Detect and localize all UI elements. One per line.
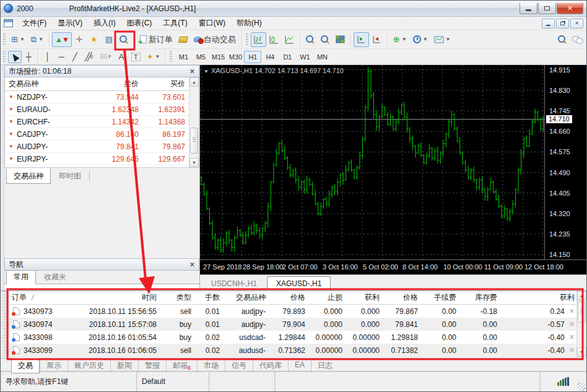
navigator-tab-1[interactable]: 常用 <box>6 270 36 284</box>
timeframe-H1[interactable]: H1 <box>244 51 261 63</box>
terminal-tab-9[interactable]: 代码库 <box>253 359 288 373</box>
menu-item-7[interactable]: 帮助(H) <box>231 16 267 30</box>
child-close-button[interactable]: ✕ <box>570 19 583 28</box>
horizontal-line-button[interactable]: ─ <box>54 51 68 63</box>
price-axis[interactable]: 14.91514.83014.74514.66014.57514.49014.4… <box>545 65 586 259</box>
vertical-line-button[interactable]: │ <box>41 51 54 63</box>
orders-column-9[interactable]: 价格 <box>383 292 422 303</box>
child-restore-button[interactable] <box>556 19 569 28</box>
order-row[interactable]: 34309742018.10.11 15:57:08buy0.01audjpy-… <box>9 318 576 331</box>
terminal-button[interactable]: ▤ <box>102 32 116 47</box>
child-minimize-button[interactable] <box>542 19 555 28</box>
order-row[interactable]: 34330982018.10.16 01:05:54buy0.02usdcad-… <box>9 331 576 344</box>
close-button[interactable]: ✕ <box>557 3 583 14</box>
terminal-tab-4[interactable]: 新闻 <box>110 359 138 373</box>
bar-chart-button[interactable] <box>251 32 266 47</box>
timeframe-W1[interactable]: W1 <box>296 51 313 63</box>
terminal-tab-6[interactable]: 邮箱6 <box>166 359 197 373</box>
line-chart-button[interactable] <box>282 32 297 47</box>
timeframe-M30[interactable]: M30 <box>227 51 244 63</box>
timeframe-M5[interactable]: M5 <box>192 51 209 63</box>
new-order-button[interactable]: 新订单 <box>137 32 176 47</box>
order-row[interactable]: 34330992018.10.16 01:06:05sell0.02audusd… <box>9 344 576 357</box>
scroll-thumb[interactable] <box>190 128 198 154</box>
orders-column-1[interactable]: 订单/ <box>9 292 71 303</box>
periods-button[interactable]: ▼ <box>410 32 431 47</box>
zoom-in-button[interactable] <box>303 32 318 47</box>
chart-tab-USDCNHH1[interactable]: USDCNH-,H1 <box>202 277 266 290</box>
minimize-button[interactable] <box>520 3 537 14</box>
column-ask[interactable]: 买价 <box>142 79 189 89</box>
timeframe-MN[interactable]: MN <box>313 51 331 63</box>
autotrading-button[interactable]: 自动交易 <box>191 32 239 47</box>
text-tool-button[interactable]: A <box>115 51 128 63</box>
metaeditor-button[interactable] <box>176 32 191 47</box>
toolbar-grip[interactable] <box>170 51 172 63</box>
navigator-tab-2[interactable]: 收藏夹 <box>37 271 73 284</box>
orders-column-12[interactable]: 获利 <box>501 292 576 303</box>
candlestick-chart-button[interactable] <box>266 32 282 47</box>
terminal-tab-2[interactable]: 展示 <box>40 359 67 373</box>
chart-system-menu-icon[interactable] <box>4 19 13 27</box>
market-watch-scrollbar[interactable]: ▲ ▼ <box>189 77 199 167</box>
orders-column-3[interactable]: 类型 <box>163 292 196 303</box>
chat-button[interactable] <box>569 32 585 47</box>
close-trade-icon[interactable]: ✕ <box>569 307 575 315</box>
time-axis[interactable]: 27 Sep 201828 Sep 18:002 Oct 07:003 Oct … <box>200 259 586 274</box>
orders-column-7[interactable]: 止损 <box>309 292 346 303</box>
terminal-tab-7[interactable]: 市场 <box>197 359 225 373</box>
market-watch-row[interactable]: ▼AUDJPY-79.84179.867 <box>5 141 189 153</box>
menu-item-4[interactable]: 图表(C) <box>121 16 158 30</box>
cursor-tool-button[interactable] <box>8 51 22 63</box>
equidistant-channel-button[interactable]: ╱╱E <box>82 51 97 63</box>
terminal-tab-5[interactable]: 警报 <box>138 359 166 373</box>
close-trade-icon[interactable]: ✕ <box>569 333 575 341</box>
terminal-scrollbar[interactable]: ▲ ▼ <box>576 291 586 357</box>
chart-plot-area[interactable]: ▼XAGUSD-,H1 14.702 14.713 14.697 14.710 <box>200 65 545 259</box>
chart-tab-XAGUSDH1[interactable]: XAGUSD-,H1 <box>267 276 331 290</box>
column-symbol[interactable]: 交易品种 <box>5 79 90 89</box>
order-row[interactable]: 34309732018.10.11 15:56:55sell0.01audjpy… <box>9 305 576 318</box>
timeframe-D1[interactable]: D1 <box>279 51 296 63</box>
scroll-up-icon[interactable]: ▲ <box>577 291 586 300</box>
close-trade-icon[interactable]: ✕ <box>569 320 575 328</box>
strategy-tester-button[interactable] <box>116 32 131 47</box>
text-label-button[interactable]: T <box>128 51 144 63</box>
close-icon[interactable]: ✕ <box>189 68 195 76</box>
orders-column-8[interactable]: 获利 <box>346 292 383 303</box>
market-watch-tab-2[interactable]: 即时图 <box>52 169 88 183</box>
chart-dropdown-icon[interactable]: ▼ <box>204 69 209 74</box>
crosshair-tool-button[interactable]: ┼ <box>22 51 35 63</box>
chart-shift-button[interactable] <box>369 32 385 47</box>
terminal-tab-8[interactable]: 信号 <box>225 359 253 373</box>
templates-button[interactable]: ▼ <box>431 32 454 47</box>
timeframe-H4[interactable]: H4 <box>261 51 279 63</box>
orders-column-6[interactable]: 价格 <box>271 292 309 303</box>
menu-item-5[interactable]: 工具(T) <box>157 16 193 30</box>
resize-grip[interactable] <box>578 383 586 391</box>
orders-column-5[interactable]: 交易品种 <box>224 292 271 303</box>
market-watch-row[interactable]: ▼CADJPY-86.16086.197 <box>5 128 189 141</box>
status-profile[interactable]: Default <box>137 372 209 391</box>
search-button[interactable] <box>554 32 569 47</box>
zoom-out-button[interactable] <box>318 32 333 47</box>
menu-item-1[interactable]: 文件(F) <box>17 16 52 30</box>
orders-column-11[interactable]: 库存费 <box>460 292 501 303</box>
new-chart-button[interactable]: ⊞▼ <box>8 32 28 47</box>
orders-column-4[interactable]: 手数 <box>196 292 224 303</box>
orders-column-10[interactable]: 手续费 <box>422 292 460 303</box>
auto-scroll-button[interactable] <box>354 32 369 47</box>
timeframe-M15[interactable]: M15 <box>209 51 227 63</box>
indicators-button[interactable]: ⊕▼ <box>390 32 410 47</box>
menu-item-3[interactable]: 插入(I) <box>88 16 121 30</box>
market-watch-row[interactable]: ▼EURJPY-129.645129.667 <box>5 153 189 165</box>
navigator-button[interactable]: ★ <box>87 32 102 47</box>
arrows-tool-button[interactable]: ✦▼ <box>144 51 163 63</box>
fibonacci-button[interactable]: F <box>97 51 115 63</box>
market-watch-row[interactable]: ▼NZDJPY-73.54473.601 <box>5 91 189 103</box>
menu-item-6[interactable]: 窗口(W) <box>193 16 231 30</box>
orders-column-2[interactable]: 时间 <box>71 292 163 303</box>
toolbar-grip[interactable] <box>3 33 6 46</box>
terminal-tab-11[interactable]: 日志 <box>311 359 339 373</box>
terminal-tab-1[interactable]: 交易 <box>11 358 40 373</box>
